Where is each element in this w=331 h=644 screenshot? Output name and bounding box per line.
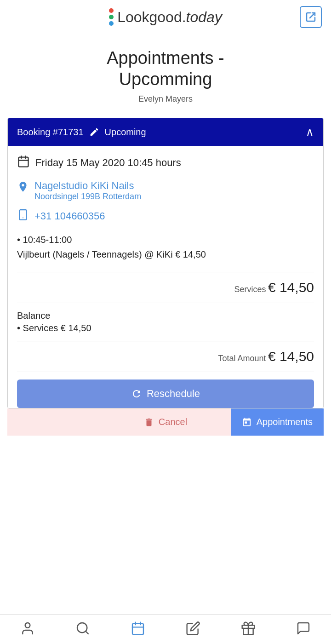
appointments-button[interactable]: Appointments (231, 408, 324, 436)
nav-messages[interactable] (296, 621, 311, 636)
balance-section: Balance • Services € 14,50 (17, 303, 314, 341)
logo-text: Lookgood.today (117, 9, 222, 26)
svg-line-9 (86, 631, 88, 634)
nav-profile[interactable] (20, 621, 35, 636)
nav-calendar[interactable] (131, 621, 145, 636)
booking-location: Nagelstudio KiKi Nails Noordsingel 199B … (17, 180, 314, 201)
total-row: Total Amount € 14,50 (17, 341, 314, 372)
booking-card: Booking #71731 Upcoming ∧ Friday 15 May (7, 118, 324, 408)
balance-title: Balance (17, 310, 314, 321)
booking-date-row: Friday 15 May 2020 10:45 hours (17, 155, 314, 171)
page-title: Appointments - Upcomming (9, 48, 322, 90)
bottom-nav (0, 614, 331, 644)
total-amount: € 14,50 (268, 349, 314, 364)
services-label: Services (234, 285, 266, 294)
svg-line-0 (310, 13, 315, 18)
booking-status: Upcoming (105, 127, 146, 138)
nav-edit[interactable] (186, 621, 200, 636)
dot-top (109, 8, 114, 13)
salon-name[interactable]: Nagelstudio KiKi Nails (34, 180, 141, 192)
nav-gift[interactable] (241, 621, 256, 636)
card-actions: Reschedule (17, 372, 314, 408)
phone-icon (17, 209, 29, 224)
service-time: • 10:45-11:00 (17, 235, 314, 245)
svg-rect-1 (19, 157, 29, 167)
balance-line: • Services € 14,50 (17, 323, 314, 334)
total-label: Total Amount (218, 354, 266, 363)
login-button[interactable] (300, 6, 322, 28)
service-desc: Vijlbeurt (Nagels / Teennagels) @ KiKi €… (17, 248, 314, 261)
dot-bot (109, 21, 114, 26)
booking-header[interactable]: Booking #71731 Upcoming ∧ (8, 118, 323, 146)
services-total: Services € 14,50 (17, 272, 314, 303)
services-amount: € 14,50 (268, 280, 314, 295)
edit-icon (89, 127, 99, 137)
logo: Lookgood.today (109, 8, 222, 26)
svg-rect-5 (19, 210, 26, 220)
booking-id: Booking #71731 (17, 127, 84, 138)
booking-phone: +31 104660356 (17, 209, 314, 224)
svg-point-7 (25, 623, 30, 628)
calendar-icon (17, 155, 30, 171)
location-info: Nagelstudio KiKi Nails Noordsingel 199B … (34, 180, 141, 201)
app-header: Lookgood.today (0, 0, 331, 34)
phone-number[interactable]: +31 104660356 (34, 210, 105, 222)
page-title-section: Appointments - Upcomming Evelyn Mayers (0, 34, 331, 109)
reschedule-label: Reschedule (147, 388, 200, 400)
dot-mid (109, 15, 114, 19)
location-pin-icon (17, 181, 29, 196)
reschedule-button[interactable]: Reschedule (17, 380, 314, 408)
bottom-action-bar: Cancel Appointments (7, 408, 324, 436)
booking-date: Friday 15 May 2020 10:45 hours (35, 157, 181, 169)
cancel-label: Cancel (159, 417, 187, 427)
appointments-label: Appointments (257, 417, 313, 427)
booking-header-left: Booking #71731 Upcoming (17, 127, 146, 138)
chevron-up-icon[interactable]: ∧ (306, 126, 314, 138)
logo-dots (109, 8, 114, 26)
user-name: Evelyn Mayers (9, 94, 322, 104)
svg-rect-10 (132, 623, 143, 634)
salon-address: Noordsingel 199B Rotterdam (34, 192, 141, 201)
booking-body: Friday 15 May 2020 10:45 hours Nagelstud… (8, 146, 323, 408)
nav-search[interactable] (75, 621, 90, 636)
